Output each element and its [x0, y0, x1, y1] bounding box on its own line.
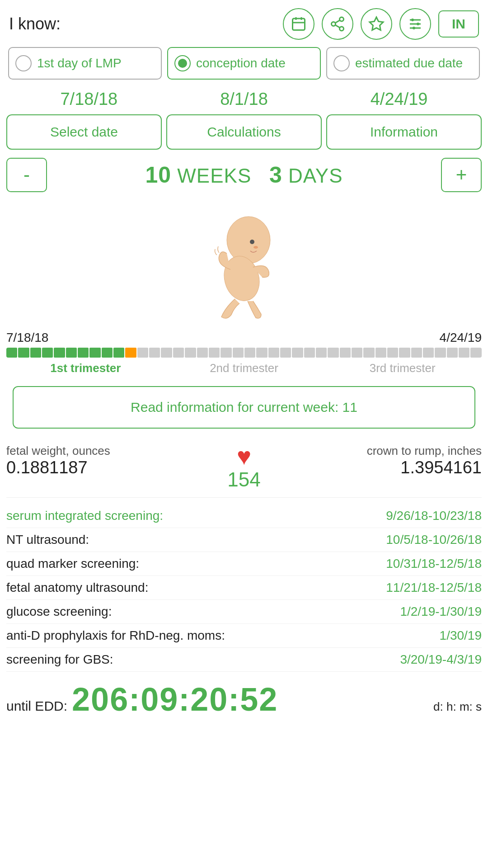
calendar-icon — [291, 16, 307, 32]
share-icon-button[interactable] — [322, 8, 353, 40]
week-text: 10 WEEKS 3 DAYS — [145, 165, 343, 187]
screening-row: serum integrated screening:9/26/18-10/23… — [6, 504, 482, 528]
screening-label: anti-D prophylaxis for RhD-neg. moms: — [6, 628, 225, 643]
trimester-2-label: 2nd trimester — [165, 361, 324, 375]
screening-date: 3/20/19-4/3/19 — [400, 652, 482, 667]
screening-date: 1/2/19-1/30/19 — [400, 604, 482, 619]
read-info-container: Read information for current week: 11 — [0, 378, 488, 437]
crown-rump-value: 1.3954161 — [276, 458, 482, 477]
trimester-3-label: 3rd trimester — [323, 361, 482, 375]
calendar-icon-button[interactable] — [283, 8, 314, 40]
countdown-units: d: h: m: s — [433, 698, 482, 717]
radio-lmp[interactable]: 1st day of LMP — [8, 47, 162, 80]
countdown-area: until EDD: 206:09:20:52 d: h: m: s — [0, 672, 488, 725]
progress-bar — [6, 348, 482, 358]
lmp-date: 7/18/18 — [60, 90, 117, 109]
screening-row: quad marker screening:10/31/18-12/5/18 — [6, 552, 482, 576]
svg-point-15 — [413, 27, 415, 29]
trimester-1-label: 1st trimester — [6, 361, 165, 375]
days-number: 3 — [269, 162, 282, 188]
svg-point-13 — [411, 19, 414, 21]
read-info-button[interactable]: Read information for current week: 11 — [13, 386, 475, 429]
screening-date: 10/5/18-10/26/18 — [386, 533, 482, 547]
screening-label: NT ultrasound: — [6, 533, 89, 547]
decrement-button[interactable]: - — [6, 158, 47, 192]
svg-point-4 — [340, 17, 344, 21]
screening-label: quad marker screening: — [6, 557, 139, 571]
weeks-label: WEEKS — [177, 165, 251, 187]
crown-rump-block: crown to rump, inches 1.3954161 — [276, 444, 482, 477]
conception-date: 8/1/18 — [220, 90, 268, 109]
screening-date: 11/21/18-12/5/18 — [386, 580, 482, 595]
screening-row: fetal anatomy ultrasound:11/21/18-12/5/1… — [6, 576, 482, 600]
svg-point-16 — [227, 217, 270, 264]
increment-button[interactable]: + — [441, 158, 482, 192]
share-icon — [329, 16, 346, 32]
radio-label-due: estimated due date — [355, 56, 463, 71]
action-buttons: Select date Calculations Information — [0, 114, 488, 150]
stats-row: fetal weight, ounces 0.1881187 ♥ 154 cro… — [0, 437, 488, 491]
week-display: 10 WEEKS 3 DAYS — [47, 162, 441, 188]
radio-circle-due — [333, 55, 350, 71]
sliders-icon — [407, 16, 423, 32]
stats-divider — [6, 497, 482, 498]
information-button[interactable]: Information — [326, 114, 482, 150]
svg-point-14 — [417, 23, 419, 25]
calculations-button[interactable]: Calculations — [166, 114, 322, 150]
i-know-label: I know: — [9, 14, 61, 33]
fetal-weight-value: 0.1881187 — [6, 458, 212, 477]
star-icon-button[interactable] — [361, 8, 392, 40]
progress-dates: 7/18/18 4/24/19 — [6, 330, 482, 345]
heart-count: 154 — [227, 468, 260, 491]
fetus-image-area — [0, 199, 488, 330]
in-button[interactable]: IN — [438, 10, 479, 38]
screening-date: 10/31/18-12/5/18 — [386, 557, 482, 571]
due-date: 4/24/19 — [371, 90, 428, 109]
header: I know: — [0, 0, 488, 44]
screening-row: glucose screening:1/2/19-1/30/19 — [6, 600, 482, 624]
svg-point-5 — [332, 22, 336, 26]
countdown-label: until EDD: — [6, 698, 67, 714]
select-date-button[interactable]: Select date — [6, 114, 162, 150]
star-icon — [368, 16, 385, 32]
radio-conception[interactable]: conception date — [167, 47, 321, 80]
progress-end-date: 4/24/19 — [440, 330, 482, 345]
heart-icon: ♥ — [237, 444, 251, 468]
screening-table: serum integrated screening:9/26/18-10/23… — [0, 504, 488, 672]
screening-label: fetal anatomy ultrasound: — [6, 580, 148, 595]
fetus-illustration — [194, 204, 294, 321]
svg-point-6 — [340, 27, 344, 31]
progress-area: 7/18/18 4/24/19 1st trimester 2nd trimes… — [0, 330, 488, 378]
radio-options: 1st day of LMP conception date estimated… — [0, 44, 488, 82]
days-label: DAYS — [288, 165, 343, 187]
fetal-weight-label: fetal weight, ounces — [6, 444, 212, 458]
screening-row: NT ultrasound:10/5/18-10/26/18 — [6, 528, 482, 552]
screening-row: anti-D prophylaxis for RhD-neg. moms:1/3… — [6, 624, 482, 648]
countdown-time: 206:09:20:52 — [72, 681, 429, 718]
svg-point-18 — [250, 240, 254, 244]
radio-label-lmp: 1st day of LMP — [37, 56, 122, 71]
radio-circle-conception — [174, 55, 191, 71]
crown-rump-label: crown to rump, inches — [276, 444, 482, 458]
svg-rect-0 — [293, 19, 305, 30]
svg-line-8 — [335, 20, 340, 23]
progress-start-date: 7/18/18 — [6, 330, 48, 345]
radio-due-date[interactable]: estimated due date — [326, 47, 480, 80]
screening-date: 1/30/19 — [440, 628, 482, 643]
radio-circle-lmp — [15, 55, 32, 71]
svg-line-7 — [335, 25, 340, 28]
heart-center: ♥ 154 — [212, 444, 276, 491]
svg-marker-9 — [370, 17, 383, 30]
screening-label: glucose screening: — [6, 604, 112, 619]
week-stepper: - 10 WEEKS 3 DAYS + — [0, 158, 488, 192]
screening-label: screening for GBS: — [6, 652, 113, 667]
screening-label: serum integrated screening: — [6, 509, 163, 523]
settings-icon-button[interactable] — [399, 8, 431, 40]
svg-point-19 — [253, 246, 258, 249]
weeks-number: 10 — [145, 162, 171, 188]
dates-row: 7/18/18 8/1/18 4/24/19 — [0, 86, 488, 114]
trimester-labels: 1st trimester 2nd trimester 3rd trimeste… — [6, 361, 482, 375]
screening-date: 9/26/18-10/23/18 — [386, 509, 482, 523]
header-icons: IN — [283, 8, 479, 40]
fetal-weight-block: fetal weight, ounces 0.1881187 — [6, 444, 212, 477]
